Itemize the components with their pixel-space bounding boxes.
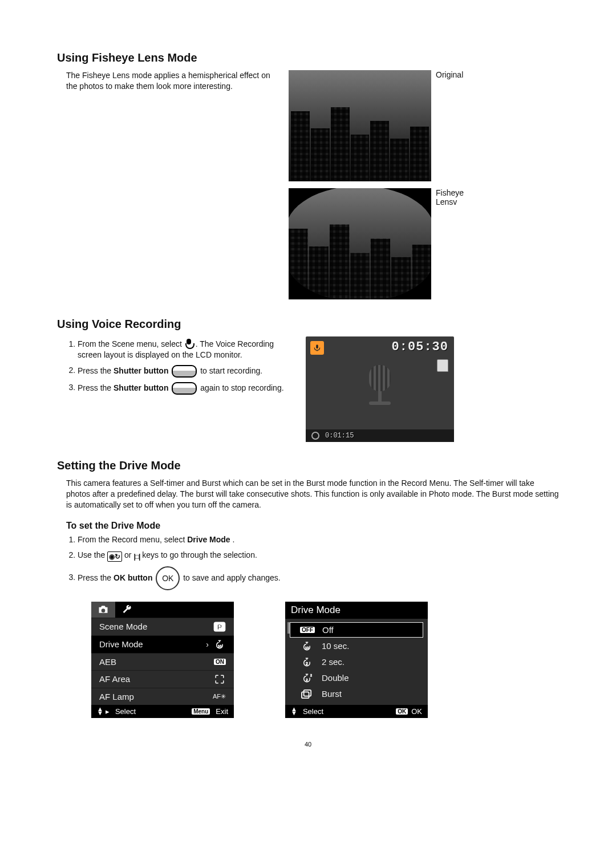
subheading-set-drive: To set the Drive Mode [57, 521, 559, 531]
svg-text:10: 10 [305, 646, 309, 649]
svg-rect-11 [302, 692, 309, 698]
camera-icon [98, 605, 109, 614]
footer-ok-label: OK [411, 707, 422, 716]
af-area-icon [213, 674, 226, 684]
drive-step-1c: . [233, 535, 235, 544]
svg-text:10: 10 [218, 644, 222, 647]
shutter-button-icon [172, 365, 197, 378]
timer-10-icon: 10 [301, 641, 313, 651]
drive-intro: This camera features a Self-timer and Bu… [57, 478, 559, 510]
voice-step-1: From the Scene menu, select . The Voice … [78, 339, 294, 360]
wrench-icon [121, 605, 133, 614]
drive-option-label: 2 sec. [322, 657, 345, 667]
menu-item-label: AF Area [99, 674, 130, 684]
menu-item-scene-mode[interactable]: Scene Mode P [91, 618, 234, 635]
svg-text:2: 2 [310, 674, 312, 677]
label-original: Original [436, 70, 470, 79]
drive-step-1b: Drive Mode [187, 535, 230, 544]
menu-badge-icon: Menu [192, 708, 210, 715]
off-badge-icon: OFF [300, 627, 315, 633]
drive-step-1a: From the Record menu, select [78, 535, 187, 544]
timer-2-icon: 2 [301, 657, 313, 667]
drive-step-3a: Press the [78, 573, 114, 582]
menu-item-label: Drive Mode [99, 639, 143, 649]
drive-step-3b: OK button [114, 573, 152, 582]
voice-step-3a: Press the [78, 383, 114, 392]
svg-rect-12 [304, 690, 311, 696]
drive-option-label: Off [322, 625, 334, 635]
menu-item-drive-mode[interactable]: Drive Mode › 10 [91, 635, 234, 653]
page-number: 40 [57, 741, 559, 748]
drive-step-1: From the Record menu, select Drive Mode … [78, 534, 559, 545]
on-badge-icon: ON [214, 659, 226, 665]
svg-text:2: 2 [306, 678, 308, 681]
display-key-icon: |□| [133, 552, 140, 561]
voice-step-2a: Press the [78, 366, 114, 375]
fisheye-intro: The Fisheye Lens mode applies a hemisphe… [66, 70, 277, 92]
voice-step-3b: Shutter button [114, 383, 168, 392]
figure-drive-mode-menu: Drive Mode OFF Off 10 10 sec. 2 2 sec. 2… [285, 602, 428, 718]
voice-elapsed-time: 0:01:15 [325, 432, 354, 440]
figure-original-photo [289, 70, 431, 181]
voice-step-2c: to start recording. [200, 366, 262, 375]
left-right-icon: ▸ [106, 707, 110, 716]
voice-step-3: Press the Shutter button again to stop r… [78, 382, 294, 395]
drive-step-2: Use the ◉↻ or |□| keys to go through the… [78, 550, 559, 562]
menu-item-aeb[interactable]: AEB ON [91, 653, 234, 670]
heading-drive: Setting the Drive Mode [57, 459, 559, 472]
figure-fisheye-photo [289, 188, 431, 299]
drive-option-off[interactable]: OFF Off [290, 622, 423, 638]
menu-item-af-area[interactable]: AF Area [91, 670, 234, 688]
memory-card-icon [437, 359, 448, 372]
microphone-large-icon [369, 365, 391, 405]
drive-option-10sec[interactable]: 10 10 sec. [290, 639, 423, 654]
up-down-icon: ▲▼ [291, 707, 297, 715]
footer-exit-label: Exit [216, 707, 228, 716]
voice-step-3c: again to stop recording. [200, 383, 283, 392]
drive-step-3c: to save and apply changes. [183, 573, 280, 582]
drive-step-2a: Use the [78, 550, 107, 559]
timer-10-icon: 10 [213, 639, 226, 650]
heading-voice: Using Voice Recording [57, 318, 559, 331]
up-down-icon: ▲▼ [97, 707, 103, 715]
footer-select-label: Select [303, 707, 323, 716]
voice-step-2: Press the Shutter button to start record… [78, 365, 294, 378]
burst-icon [301, 689, 313, 699]
menu-item-label: AEB [99, 657, 116, 667]
tab-camera[interactable] [91, 602, 115, 618]
tab-setup[interactable] [115, 602, 139, 618]
label-fisheye-2: Lensv [436, 197, 470, 206]
heading-fisheye: Using Fisheye Lens Mode [57, 51, 559, 64]
ok-badge-icon: OK [396, 708, 408, 715]
af-lamp-value: AF✳ [213, 693, 226, 700]
drive-menu-title: Drive Mode [285, 602, 428, 619]
label-fisheye-1: Fisheye [436, 188, 470, 197]
svg-text:2: 2 [306, 661, 308, 665]
program-p-icon: P [213, 622, 226, 632]
figure-record-menu: Scene Mode P Drive Mode › 10 AEB ON AF A… [91, 602, 234, 718]
drive-option-2sec[interactable]: 2 2 sec. [290, 655, 423, 670]
voice-remaining-time: 0:05:30 [392, 340, 448, 354]
drive-option-double[interactable]: 22 Double [290, 671, 423, 685]
self-timer-key-icon: ◉↻ [107, 551, 122, 562]
ok-button-icon [156, 566, 180, 590]
voice-mode-icon [310, 341, 324, 355]
menu-item-af-lamp[interactable]: AF Lamp AF✳ [91, 688, 234, 705]
drive-step-2c: keys to go through the selection. [142, 550, 257, 559]
footer-select-label: Select [115, 707, 136, 716]
drive-step-2b: or [124, 550, 133, 559]
voice-step-2b: Shutter button [114, 366, 168, 375]
voice-step-1a: From the Scene menu, select [78, 339, 184, 348]
record-indicator-icon [311, 432, 319, 440]
figure-voice-recorder-lcd: 0:05:30 0:01:15 [306, 336, 454, 442]
menu-item-label: AF Lamp [99, 692, 134, 701]
timer-double-icon: 22 [301, 673, 313, 683]
chevron-right-icon: › [206, 640, 209, 649]
drive-option-label: Double [322, 673, 349, 683]
drive-option-burst[interactable]: Burst [290, 687, 423, 701]
drive-option-label: Burst [322, 689, 342, 699]
drive-step-3: Press the OK button to save and apply ch… [78, 566, 559, 590]
svg-text:P: P [217, 623, 222, 631]
drive-option-label: 10 sec. [322, 641, 349, 651]
shutter-button-icon [172, 382, 197, 395]
